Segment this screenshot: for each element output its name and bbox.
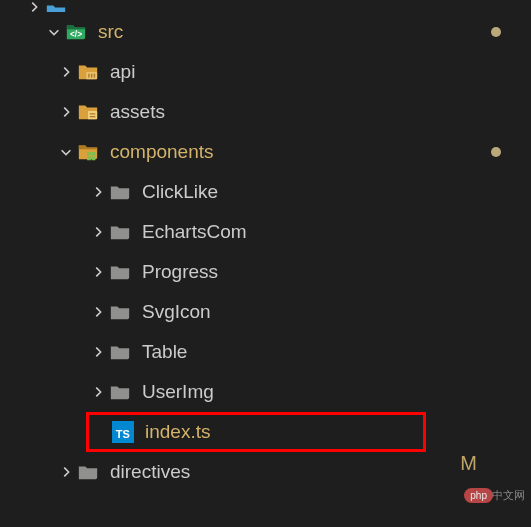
folder-icon bbox=[108, 260, 132, 284]
chevron-right-icon bbox=[56, 465, 76, 479]
folder-label: EchartsCom bbox=[142, 212, 531, 252]
folder-label: components bbox=[110, 132, 491, 172]
folder-label: UserImg bbox=[142, 372, 531, 412]
chevron-right-icon bbox=[24, 0, 44, 12]
watermark-badge: php bbox=[464, 488, 493, 503]
folder-assets-icon bbox=[76, 100, 100, 124]
folder-label: Table bbox=[142, 332, 531, 372]
chevron-right-icon bbox=[88, 305, 108, 319]
chevron-right-icon bbox=[56, 65, 76, 79]
tree-item-svgicon[interactable]: SvgIcon bbox=[0, 292, 531, 332]
tree-item-index-ts[interactable]: TS index.ts bbox=[86, 412, 426, 452]
typescript-file-icon: TS bbox=[111, 420, 135, 444]
tree-item-components[interactable]: components bbox=[0, 132, 531, 172]
chevron-down-icon bbox=[44, 25, 64, 39]
folder-label: src bbox=[98, 12, 491, 52]
folder-icon bbox=[108, 180, 132, 204]
folder-label: ClickLike bbox=[142, 172, 531, 212]
tree-item-api[interactable]: api bbox=[0, 52, 531, 92]
tree-item-userimg[interactable]: UserImg bbox=[0, 372, 531, 412]
folder-icon bbox=[108, 340, 132, 364]
svg-rect-5 bbox=[87, 157, 91, 161]
svg-rect-6 bbox=[92, 157, 96, 161]
folder-icon bbox=[76, 460, 100, 484]
watermark-text: 中文网 bbox=[492, 488, 525, 503]
tree-item-src[interactable]: </> src bbox=[0, 12, 531, 52]
status-dot-icon bbox=[491, 147, 501, 157]
folder-src-icon: </> bbox=[64, 20, 88, 44]
tree-item-directives[interactable]: directives bbox=[0, 452, 531, 492]
tree-item-clicklike[interactable]: ClickLike bbox=[0, 172, 531, 212]
tree-item-cutoff[interactable] bbox=[0, 0, 531, 12]
folder-label: directives bbox=[110, 452, 531, 492]
tree-item-assets[interactable]: assets bbox=[0, 92, 531, 132]
tree-item-table[interactable]: Table bbox=[0, 332, 531, 372]
chevron-right-icon bbox=[56, 105, 76, 119]
file-explorer-tree: </> src api ass bbox=[0, 0, 531, 492]
svg-rect-2 bbox=[88, 111, 97, 119]
folder-api-icon bbox=[76, 60, 100, 84]
folder-icon bbox=[108, 220, 132, 244]
folder-components-icon bbox=[76, 140, 100, 164]
tree-item-echartscom[interactable]: EchartsCom bbox=[0, 212, 531, 252]
chevron-right-icon bbox=[88, 345, 108, 359]
chevron-right-icon bbox=[88, 225, 108, 239]
svg-text:TS: TS bbox=[116, 428, 130, 440]
folder-icon bbox=[44, 0, 68, 12]
folder-label: assets bbox=[110, 92, 531, 132]
svg-text:</>: </> bbox=[70, 30, 82, 39]
chevron-right-icon bbox=[88, 385, 108, 399]
status-dot-icon bbox=[491, 27, 501, 37]
chevron-right-icon bbox=[88, 185, 108, 199]
file-label: index.ts bbox=[145, 412, 423, 452]
folder-label: SvgIcon bbox=[142, 292, 531, 332]
tree-item-progress[interactable]: Progress bbox=[0, 252, 531, 292]
folder-label: api bbox=[110, 52, 531, 92]
chevron-right-icon bbox=[88, 265, 108, 279]
folder-icon bbox=[108, 380, 132, 404]
svg-rect-4 bbox=[92, 152, 96, 156]
folder-label: Progress bbox=[142, 252, 531, 292]
chevron-down-icon bbox=[56, 145, 76, 159]
svg-rect-3 bbox=[87, 152, 91, 156]
folder-icon bbox=[108, 300, 132, 324]
